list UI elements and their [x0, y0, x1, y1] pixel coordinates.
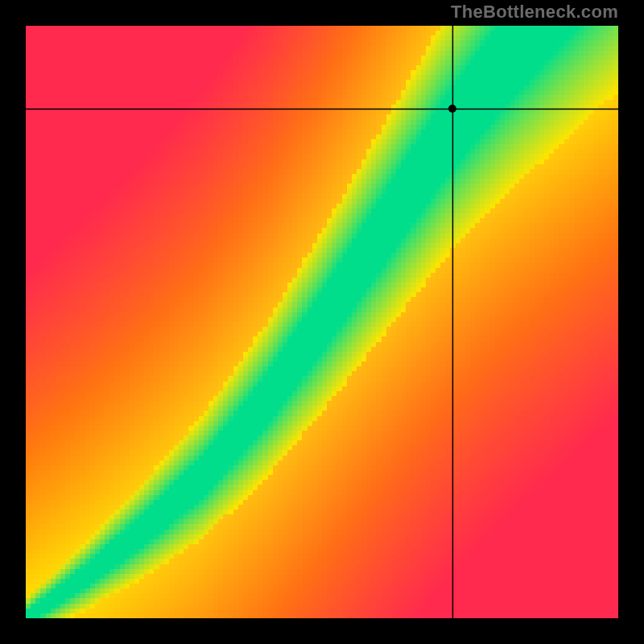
bottleneck-heatmap [26, 26, 618, 618]
attribution-text: TheBottleneck.com [451, 2, 618, 23]
chart-frame: TheBottleneck.com [0, 0, 644, 644]
plot-area [26, 26, 618, 618]
